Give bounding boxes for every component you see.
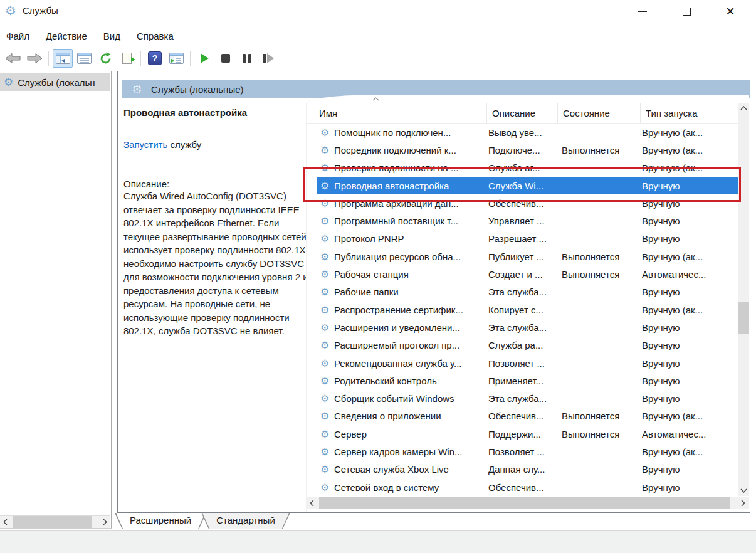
column-header-description[interactable]: Описание	[487, 103, 558, 123]
services-gear-icon: ⚙	[5, 3, 16, 18]
table-row[interactable]: ⚙ Программный поставщик т... Управляет .…	[317, 212, 740, 229]
pause-service-button[interactable]	[237, 49, 257, 68]
service-description: Разрешает ...	[487, 233, 558, 244]
close-button[interactable]: ×	[716, 0, 745, 23]
stop-service-button[interactable]	[216, 49, 236, 68]
services-main-panel: ⚙ Службы (локальные) Проводная автонастр…	[117, 71, 750, 513]
tab-label: Расширенный	[130, 515, 191, 525]
column-header-status[interactable]: Состояние	[558, 103, 641, 123]
table-row[interactable]: ⚙ Рабочие папки Эта служба... Вручную	[317, 283, 740, 301]
table-row[interactable]: ⚙ Расширения и уведомлени... Эта служба.…	[317, 319, 740, 336]
scroll-up-icon[interactable]	[738, 103, 749, 113]
service-startup-type: Вручную (ак...	[641, 305, 740, 315]
scroll-right-icon[interactable]	[738, 497, 748, 509]
list-header: Имя Описание Состояние Тип запуска	[307, 103, 738, 124]
table-row[interactable]: ⚙ Сетевой вход в систему Обеспечив... Вр…	[317, 478, 740, 496]
minimize-button[interactable]	[628, 0, 657, 23]
show-action-pane-button[interactable]	[166, 49, 186, 68]
tree-item-services-local[interactable]: ⚙ Службы (локальн	[0, 73, 110, 91]
service-startup-type: Вручную	[641, 393, 740, 404]
list-horizontal-scrollbar[interactable]	[307, 497, 749, 509]
table-row[interactable]: ⚙ Сервер Поддержи... Выполняется Автомат…	[317, 425, 740, 443]
tree-horizontal-scrollbar[interactable]	[0, 515, 110, 528]
table-row[interactable]: ⚙ Сборщик событий Windows Эта служба... …	[317, 389, 740, 407]
table-row[interactable]: ⚙ Проводная автонастройка Служба Wi... В…	[317, 177, 740, 194]
scroll-down-icon[interactable]	[738, 485, 749, 496]
menu-file[interactable]: Файл	[6, 28, 37, 44]
tab-standard[interactable]: Стандартный	[201, 513, 290, 529]
tab-extended[interactable]: Расширенный	[115, 513, 206, 529]
menu-bar: Файл Действие Вид Справка	[0, 26, 756, 46]
table-row[interactable]: ⚙ Публикация ресурсов обна... Публикует …	[317, 248, 740, 265]
column-header-name[interactable]: Имя	[307, 103, 487, 123]
service-startup-type: Вручную	[641, 233, 740, 244]
service-name: Программный поставщик т...	[334, 216, 487, 226]
table-row[interactable]: ⚙ Протокол PNRP Разрешает ... Вручную	[317, 230, 740, 248]
service-name: Сведения о приложении	[334, 411, 487, 421]
export-list-button[interactable]	[117, 49, 137, 68]
menu-action[interactable]: Действие	[46, 28, 95, 44]
status-bar	[0, 530, 756, 553]
service-description: Публикует ...	[487, 251, 558, 262]
table-row[interactable]: ⚙ Родительский контроль Применяет... Вру…	[317, 372, 740, 389]
service-name: Сетевая служба Xbox Live	[334, 464, 487, 475]
scroll-left-icon[interactable]	[307, 497, 317, 509]
refresh-button[interactable]	[95, 49, 115, 68]
service-rows: ⚙ Помощник по подключен... Вывод уве... …	[317, 124, 740, 497]
table-row[interactable]: ⚙ Сервер кадров камеры Win... Позволяет …	[317, 443, 740, 460]
table-row[interactable]: ⚙ Расширяемый протокол пр... Служба ра..…	[317, 337, 740, 354]
restart-service-button[interactable]	[258, 49, 278, 68]
service-gear-icon: ⚙	[320, 268, 332, 280]
table-row[interactable]: ⚙ Рекомендованная служба у... Позволяет …	[317, 354, 740, 372]
menu-help[interactable]: Справка	[137, 28, 181, 44]
start-service-link[interactable]: Запустить	[123, 139, 167, 150]
service-startup-type: Вручную (ак...	[641, 145, 740, 155]
service-name: Помощник по подключен...	[334, 127, 487, 138]
column-header-startup-type[interactable]: Тип запуска	[641, 103, 738, 123]
scroll-left-icon[interactable]	[0, 516, 11, 528]
service-name: Сетевой вход в систему	[334, 482, 487, 493]
help-button[interactable]: ?	[145, 49, 165, 68]
service-name: Сервер кадров камеры Win...	[334, 446, 487, 457]
menu-view[interactable]: Вид	[103, 28, 128, 44]
scrollbar-thumb[interactable]	[13, 516, 92, 528]
service-startup-type: Вручную	[641, 181, 740, 191]
service-action-line: Запустить службу	[123, 139, 306, 150]
table-row[interactable]: ⚙ Распространение сертифик... Копирует с…	[317, 301, 740, 319]
forward-button[interactable]	[24, 49, 45, 68]
forward-arrow-icon	[26, 52, 43, 65]
services-window: ⚙ Службы × Файл Действие Вид Справка	[0, 0, 756, 553]
tree-item-label: Службы (локальн	[18, 77, 95, 88]
table-row[interactable]: ⚙ Проверка подлинности на ... Служба аг.…	[317, 159, 740, 177]
service-gear-icon: ⚙	[320, 215, 332, 227]
column-header-label: Тип запуска	[646, 108, 698, 118]
service-description: Применяет...	[487, 376, 558, 386]
table-row[interactable]: ⚙ Помощник по подключен... Вывод уве... …	[317, 124, 740, 141]
toolbar-separator	[190, 51, 191, 66]
table-row[interactable]: ⚙ Рабочая станция Создает и ... Выполняе…	[317, 265, 740, 283]
service-name: Сборщик событий Windows	[334, 393, 487, 404]
scrollbar-thumb[interactable]	[319, 497, 730, 509]
toolbar: ?	[0, 47, 756, 70]
minimize-icon	[638, 11, 647, 12]
scroll-right-icon[interactable]	[100, 516, 110, 528]
table-row[interactable]: ⚙ Посредник подключений к... Подключе...…	[317, 141, 740, 159]
service-description: Данная слу...	[487, 464, 558, 475]
service-startup-type: Вручную	[641, 358, 740, 369]
back-button[interactable]	[3, 49, 23, 68]
service-name: Проверка подлинности на ...	[334, 162, 487, 173]
list-vertical-scrollbar[interactable]	[738, 103, 749, 496]
scrollbar-thumb[interactable]	[738, 302, 749, 334]
maximize-button[interactable]	[672, 0, 701, 23]
service-startup-type: Вручную	[641, 287, 740, 297]
table-row[interactable]: ⚙ Программа архивации дан... Обеспечив..…	[317, 194, 740, 212]
start-service-button[interactable]	[194, 49, 214, 68]
table-row[interactable]: ⚙ Сведения о приложении Обеспечив... Вып…	[317, 408, 740, 425]
table-row[interactable]: ⚙ Сетевая служба Xbox Live Данная слу...…	[317, 461, 740, 478]
services-gear-icon: ⚙	[4, 76, 13, 89]
service-description: Подключе...	[487, 145, 558, 155]
service-gear-icon: ⚙	[320, 233, 332, 245]
show-console-tree-button[interactable]	[53, 49, 73, 68]
services-list: Имя Описание Состояние Тип запуска ⚙ Пом…	[306, 95, 749, 512]
properties-button[interactable]	[74, 49, 94, 68]
